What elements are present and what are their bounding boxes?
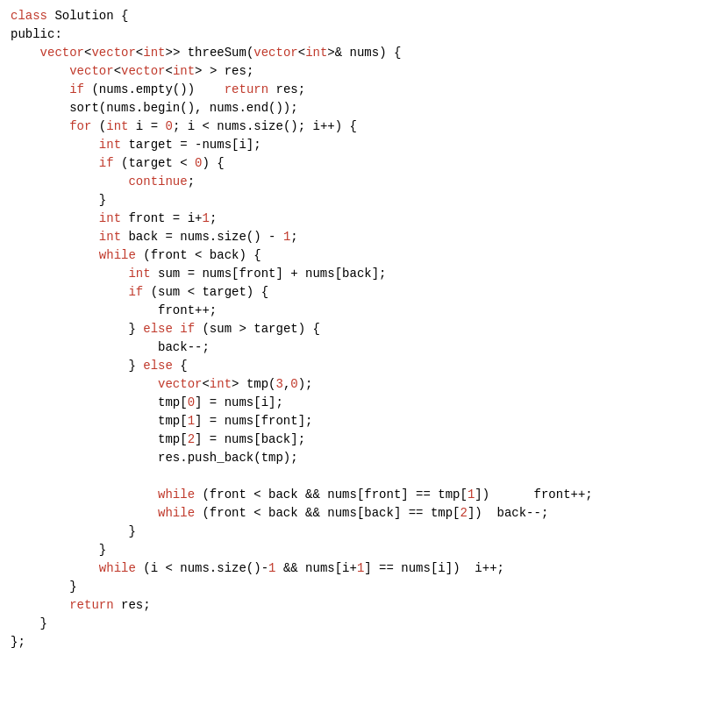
code-text: < [165, 64, 172, 78]
type-int9: int [210, 377, 232, 391]
code-text: && nums[i+ [275, 561, 356, 575]
code-text: < [136, 46, 143, 60]
keyword-while4: while [99, 561, 136, 575]
type-int8: int [128, 267, 150, 281]
code-editor: class Solution { public: vector<vector<i… [11, 7, 717, 651]
num-2b: 2 [460, 506, 467, 520]
type-int1: int [143, 46, 165, 60]
type-vector6: vector [158, 377, 202, 391]
keyword-for: for [69, 119, 91, 133]
type-int5: int [99, 138, 121, 152]
keyword-class: class [11, 9, 47, 23]
code-text: < [298, 46, 305, 60]
type-int7: int [99, 230, 121, 244]
keyword-if4: if [180, 322, 195, 336]
code-text: (nums.empty()) [84, 82, 225, 96]
keyword-return1: return [225, 82, 268, 96]
keyword-continue: continue [128, 174, 187, 189]
code-text: (i < nums.size()- [136, 561, 268, 575]
num-0a: 0 [165, 119, 172, 133]
code-text: > tmp( [232, 377, 275, 391]
type-int2: int [305, 46, 327, 60]
keyword-else2: else [143, 359, 173, 373]
code-text: (target < [114, 156, 195, 170]
num-3: 3 [276, 377, 283, 391]
code-text: < [202, 377, 209, 391]
code-text: < [114, 64, 121, 78]
keyword-while2: while [158, 488, 195, 502]
keyword-if1: if [69, 82, 84, 96]
code-text: (front < back && nums[back] == tmp[ [195, 506, 460, 520]
type-vector3: vector [253, 46, 297, 60]
code-text: ( [91, 119, 106, 133]
num-2: 2 [188, 432, 195, 446]
code-text: (front < back && nums[front] == tmp[ [195, 488, 467, 502]
type-int3: int [173, 64, 195, 78]
num-1a: 1 [202, 211, 209, 225]
num-1c: 1 [188, 414, 195, 428]
code-text: >> threeSum( [165, 46, 253, 60]
keyword-return2: return [69, 598, 113, 612]
keyword-if2: if [99, 156, 114, 170]
num-0c: 0 [290, 377, 297, 391]
keyword-if3: if [128, 285, 143, 299]
type-vector2: vector [91, 46, 135, 60]
keyword-else1: else [143, 322, 173, 336]
type-int4: int [106, 119, 128, 133]
type-int6: int [99, 211, 121, 225]
keyword-while3: while [158, 506, 195, 520]
type-vector4: vector [69, 64, 113, 78]
code-text: back = nums.size() - [121, 230, 283, 244]
code-text: Solution { [47, 9, 128, 23]
type-vector5: vector [121, 64, 165, 78]
keyword-while1: while [99, 248, 136, 262]
num-0d: 0 [188, 395, 195, 409]
type-vector: vector [40, 46, 84, 60]
code-text [173, 322, 180, 336]
code-text: i = [128, 119, 165, 133]
code-text: front = i+ [121, 211, 202, 225]
